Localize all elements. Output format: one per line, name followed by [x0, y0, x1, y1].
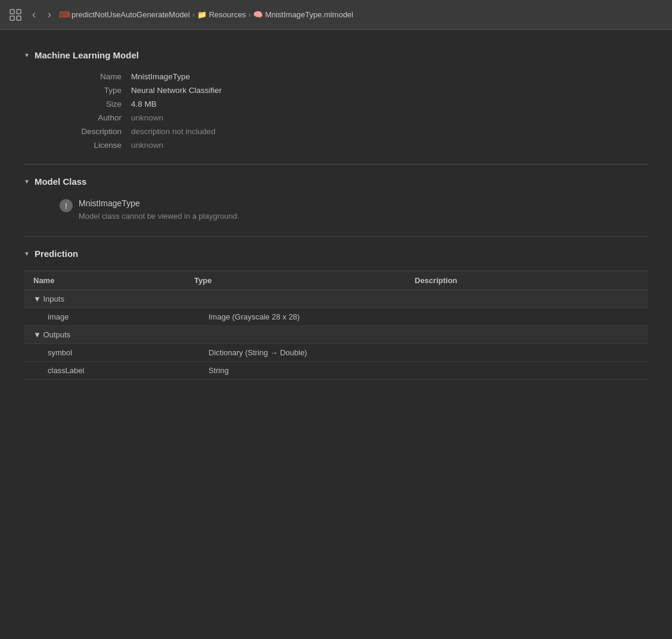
outputs-group-label: ▼ Outputs [24, 326, 648, 344]
model-class-section-header: ▼ Model Class [24, 168, 648, 193]
divider-1 [24, 164, 648, 165]
ml-model-metadata: Name MnistImageType Type Neural Network … [24, 66, 648, 160]
back-button[interactable]: ‹ [29, 7, 39, 22]
output-type-classlabel: String [185, 362, 405, 380]
name-row: Name MnistImageType [60, 70, 648, 83]
input-type-image: Image (Grayscale 28 x 28) [185, 308, 405, 326]
collapse-triangle-icon[interactable]: ▼ [24, 52, 30, 58]
col-header-type: Type [185, 271, 405, 290]
prediction-content: Name Type Description ▼ Inputs image Ima… [24, 265, 648, 392]
machine-learning-model-section: ▼ Machine Learning Model Name MnistImage… [24, 42, 648, 160]
divider-2 [24, 236, 648, 237]
col-header-description: Description [405, 271, 648, 290]
breadcrumb-item-resources[interactable]: 📁 Resources [197, 10, 246, 20]
output-type-symbol: Dictionary (String → Double) [185, 344, 405, 362]
output-row-symbol: symbol Dictionary (String → Double) [24, 344, 648, 362]
size-row: Size 4.8 MB [60, 97, 648, 111]
license-row: License unknown [60, 138, 648, 152]
output-name-classlabel: classLabel [24, 362, 185, 380]
inputs-group-label: ▼ Inputs [24, 290, 648, 308]
col-header-name: Name [24, 271, 185, 290]
warning-icon: ! [60, 199, 73, 212]
svg-rect-1 [17, 10, 21, 14]
swift-file-icon: ⌨ [60, 10, 69, 20]
output-row-classlabel: classLabel String [24, 362, 648, 380]
prediction-collapse-icon[interactable]: ▼ [24, 250, 30, 257]
type-row: Type Neural Network Classifier [60, 83, 648, 97]
model-class-content: ! MnistImageType Model class cannot be v… [24, 193, 648, 232]
forward-button[interactable]: › [44, 7, 55, 22]
prediction-section-header: ▼ Prediction [24, 240, 648, 265]
description-row: Description description not included [60, 125, 648, 138]
table-header-row: Name Type Description [24, 271, 648, 290]
output-desc-classlabel [405, 362, 648, 380]
grid-icon[interactable] [7, 7, 24, 23]
prediction-section: ▼ Prediction Name Type Description ▼ Inp… [24, 240, 648, 392]
breadcrumb-item-project[interactable]: ⌨ predictNotUseAutoGenerateModel [60, 10, 190, 20]
output-desc-symbol [405, 344, 648, 362]
folder-icon: 📁 [197, 10, 207, 20]
inputs-group-row: ▼ Inputs [24, 290, 648, 308]
svg-rect-0 [10, 10, 14, 14]
input-row-image: image Image (Grayscale 28 x 28) [24, 308, 648, 326]
main-content: ▼ Machine Learning Model Name MnistImage… [0, 30, 672, 404]
model-class-text: MnistImageType Model class cannot be vie… [79, 198, 239, 221]
svg-rect-3 [17, 16, 21, 20]
input-name-image: image [24, 308, 185, 326]
mlmodel-icon: 🧠 [253, 10, 263, 20]
author-row: Author unknown [60, 111, 648, 125]
breadcrumb-sep-1: › [192, 11, 195, 19]
input-desc-image [405, 308, 648, 326]
ml-model-section-header: ▼ Machine Learning Model [24, 42, 648, 66]
prediction-table: Name Type Description ▼ Inputs image Ima… [24, 271, 648, 380]
model-class-collapse-icon[interactable]: ▼ [24, 178, 30, 185]
toolbar: ‹ › ⌨ predictNotUseAutoGenerateModel › 📁… [0, 0, 672, 30]
model-class-section: ▼ Model Class ! MnistImageType Model cla… [24, 168, 648, 232]
breadcrumb-item-mlmodel[interactable]: 🧠 MnistImageType.mlmodel [253, 10, 353, 20]
breadcrumb: ⌨ predictNotUseAutoGenerateModel › 📁 Res… [60, 10, 353, 20]
outputs-group-row: ▼ Outputs [24, 326, 648, 344]
output-name-symbol: symbol [24, 344, 185, 362]
breadcrumb-sep-2: › [248, 11, 251, 19]
svg-rect-2 [10, 16, 14, 20]
